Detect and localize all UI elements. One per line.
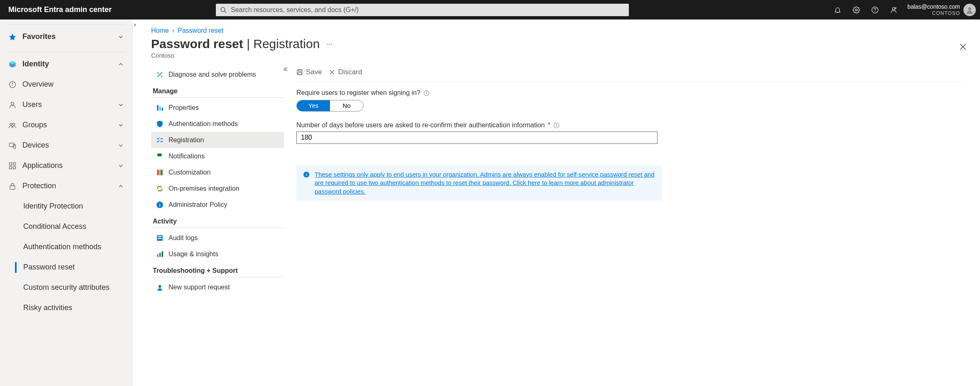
svg-rect-38 bbox=[162, 251, 163, 257]
toggle-yes[interactable]: Yes bbox=[297, 100, 330, 111]
bnav-usage[interactable]: Usage & insights bbox=[151, 246, 284, 262]
svg-point-13 bbox=[13, 123, 15, 125]
apps-icon bbox=[8, 162, 17, 170]
more-menu-icon[interactable]: ··· bbox=[325, 40, 334, 49]
feedback-icon[interactable] bbox=[885, 0, 903, 19]
collapse-left-nav-icon[interactable] bbox=[133, 19, 138, 386]
account-tenant: CONTOSO bbox=[907, 10, 960, 16]
svg-rect-18 bbox=[10, 166, 12, 169]
chevron-down-icon bbox=[117, 102, 124, 108]
toggle-no[interactable]: No bbox=[330, 100, 363, 111]
sync-icon bbox=[156, 185, 164, 192]
chevron-up-icon bbox=[117, 61, 124, 68]
svg-line-1 bbox=[225, 11, 226, 13]
svg-rect-42 bbox=[298, 73, 301, 75]
nav-overview[interactable]: Overview bbox=[0, 74, 132, 95]
info-circle-icon bbox=[303, 171, 310, 178]
content-pane: Home › Password reset Password reset | R… bbox=[138, 19, 980, 386]
require-register-label: Require users to register when signing i… bbox=[296, 89, 963, 97]
nav-conditional-access[interactable]: Conditional Access bbox=[0, 216, 132, 237]
blade-content: Save Discard Require users to register w… bbox=[284, 66, 967, 386]
discard-button[interactable]: Discard bbox=[329, 68, 362, 76]
svg-rect-37 bbox=[159, 252, 161, 257]
svg-point-7 bbox=[968, 7, 971, 10]
nav-identity[interactable]: Identity bbox=[0, 54, 132, 74]
breadcrumb-current[interactable]: Password reset bbox=[178, 27, 223, 34]
info-banner: These settings only apply to end users i… bbox=[296, 165, 662, 201]
bnav-troubleshooting-heading: Troubleshooting + Support bbox=[151, 262, 284, 277]
nav-protection[interactable]: Protection bbox=[0, 176, 132, 196]
save-button[interactable]: Save bbox=[296, 68, 322, 76]
svg-rect-34 bbox=[158, 236, 162, 237]
require-register-toggle: Yes No bbox=[296, 100, 364, 112]
bnav-admin-policy[interactable]: i Administrator Policy bbox=[151, 197, 284, 213]
protection-submenu: Identity Protection Conditional Access A… bbox=[0, 196, 132, 318]
search-wrap bbox=[216, 4, 629, 16]
nav-password-reset[interactable]: Password reset bbox=[0, 257, 132, 277]
bnav-auth-methods[interactable]: Authentication methods bbox=[151, 116, 284, 132]
svg-rect-19 bbox=[13, 166, 16, 169]
svg-rect-14 bbox=[10, 143, 15, 146]
info-icon[interactable] bbox=[553, 122, 560, 129]
breadcrumb: Home › Password reset bbox=[151, 27, 967, 34]
days-input[interactable] bbox=[296, 131, 657, 144]
svg-rect-52 bbox=[306, 174, 307, 176]
svg-rect-36 bbox=[157, 254, 158, 257]
svg-rect-28 bbox=[157, 170, 159, 175]
info-circle-icon: i bbox=[156, 201, 164, 209]
header-right: balas@contoso.com CONTOSO bbox=[828, 0, 980, 19]
bnav-diagnose[interactable]: Diagnose and solve problems bbox=[151, 66, 284, 83]
svg-point-6 bbox=[895, 7, 896, 9]
log-icon bbox=[156, 234, 164, 242]
bnav-properties[interactable]: Properties bbox=[151, 100, 284, 116]
collapse-blade-nav-icon[interactable] bbox=[282, 66, 288, 74]
bnav-new-support[interactable]: New support request bbox=[151, 279, 284, 295]
nav-groups[interactable]: Groups bbox=[0, 115, 132, 135]
nav-risky-activities[interactable]: Risky activities bbox=[0, 298, 132, 318]
checklist-icon bbox=[156, 136, 164, 144]
bnav-audit-logs[interactable]: Audit logs bbox=[151, 230, 284, 246]
bnav-customization[interactable]: Customization bbox=[151, 164, 284, 180]
support-icon bbox=[156, 284, 164, 291]
nav-custom-sec-attrs[interactable]: Custom security attributes bbox=[0, 277, 132, 298]
nav-favorites[interactable]: Favorites bbox=[0, 27, 132, 47]
svg-point-50 bbox=[556, 124, 557, 124]
account-email: balas@contoso.com bbox=[907, 3, 960, 10]
svg-point-5 bbox=[892, 7, 895, 10]
chevron-down-icon bbox=[117, 163, 124, 169]
blade: Home › Password reset Password reset | R… bbox=[138, 19, 980, 386]
nav-users[interactable]: Users bbox=[0, 95, 132, 115]
groups-icon bbox=[8, 121, 17, 129]
breadcrumb-home[interactable]: Home bbox=[151, 27, 169, 34]
search-input[interactable] bbox=[216, 4, 629, 16]
diagnose-icon bbox=[156, 71, 164, 78]
info-icon bbox=[8, 80, 17, 89]
help-icon[interactable] bbox=[866, 0, 885, 19]
nav-applications[interactable]: Applications bbox=[0, 155, 132, 176]
svg-point-10 bbox=[12, 83, 12, 83]
properties-icon bbox=[156, 104, 164, 112]
info-icon[interactable] bbox=[423, 90, 430, 96]
account-block[interactable]: balas@contoso.com CONTOSO bbox=[903, 3, 980, 16]
bnav-registration[interactable]: Registration bbox=[151, 132, 284, 148]
chart-icon bbox=[156, 250, 164, 258]
nav-identity-protection[interactable]: Identity Protection bbox=[0, 196, 132, 216]
bnav-onprem[interactable]: On-premises integration bbox=[151, 180, 284, 197]
avatar-icon bbox=[963, 4, 976, 16]
svg-rect-35 bbox=[158, 238, 162, 239]
star-icon bbox=[8, 33, 17, 41]
banner-link[interactable]: These settings only apply to end users i… bbox=[315, 170, 655, 196]
bnav-notifications[interactable]: Notifications bbox=[151, 148, 284, 164]
devices-icon bbox=[8, 141, 17, 150]
svg-rect-16 bbox=[10, 163, 12, 165]
notifications-icon[interactable] bbox=[828, 0, 847, 19]
close-blade-icon[interactable] bbox=[959, 43, 967, 53]
nav-devices[interactable]: Devices bbox=[0, 135, 132, 155]
svg-text:i: i bbox=[159, 202, 160, 207]
nav-auth-methods[interactable]: Authentication methods bbox=[0, 237, 132, 257]
brand-label: Microsoft Entra admin center bbox=[0, 0, 125, 19]
settings-icon[interactable] bbox=[847, 0, 866, 19]
svg-point-12 bbox=[10, 123, 12, 125]
flag-icon bbox=[156, 153, 164, 160]
chevron-down-icon bbox=[117, 142, 124, 149]
